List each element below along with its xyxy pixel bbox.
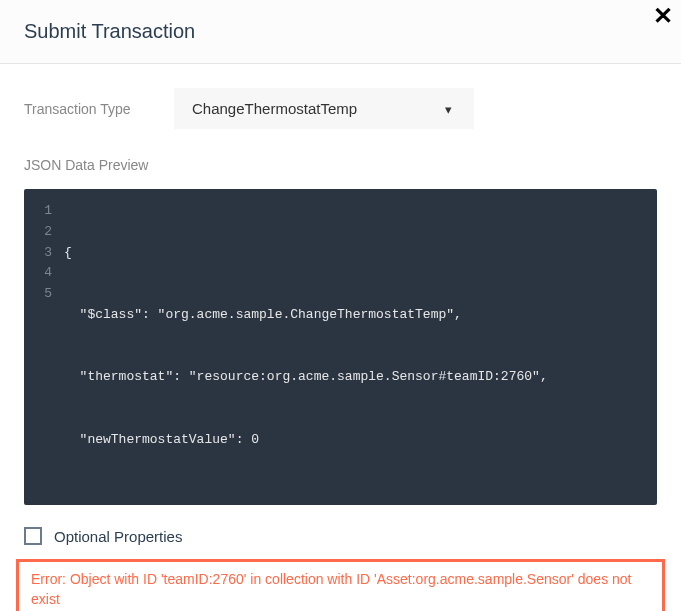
transaction-type-label: Transaction Type: [24, 101, 174, 117]
error-message: Error: Object with ID 'teamID:2760' in c…: [16, 559, 665, 611]
line-number: 1: [24, 201, 52, 222]
code-line: {: [64, 243, 645, 264]
optional-properties-label: Optional Properties: [54, 528, 182, 545]
line-number: 5: [24, 284, 52, 305]
modal-header: Submit Transaction ✕: [0, 0, 681, 64]
json-editor[interactable]: 1 2 3 4 5 { "$class": "org.acme.sample.C…: [24, 189, 657, 505]
code-line: "$class": "org.acme.sample.ChangeThermos…: [64, 305, 645, 326]
close-icon[interactable]: ✕: [653, 4, 673, 28]
optional-properties-checkbox[interactable]: [24, 527, 42, 545]
line-number: 4: [24, 263, 52, 284]
code-line: "thermostat": "resource:org.acme.sample.…: [64, 367, 645, 388]
json-preview-label: JSON Data Preview: [24, 157, 657, 173]
line-gutter: 1 2 3 4 5: [24, 201, 64, 493]
transaction-type-row: Transaction Type ChangeThermostatTemp ▾: [24, 88, 657, 129]
code-line: "newThermostatValue": 0: [64, 430, 645, 451]
line-number: 2: [24, 222, 52, 243]
optional-properties-row: Optional Properties: [24, 527, 657, 545]
modal-content: Transaction Type ChangeThermostatTemp ▾ …: [0, 64, 681, 611]
line-number: 3: [24, 243, 52, 264]
modal-title: Submit Transaction: [24, 20, 657, 43]
code-line: }: [64, 492, 645, 493]
transaction-type-value: ChangeThermostatTemp: [174, 88, 474, 129]
transaction-type-select[interactable]: ChangeThermostatTemp ▾: [174, 88, 474, 129]
code-content[interactable]: { "$class": "org.acme.sample.ChangeTherm…: [64, 201, 657, 493]
